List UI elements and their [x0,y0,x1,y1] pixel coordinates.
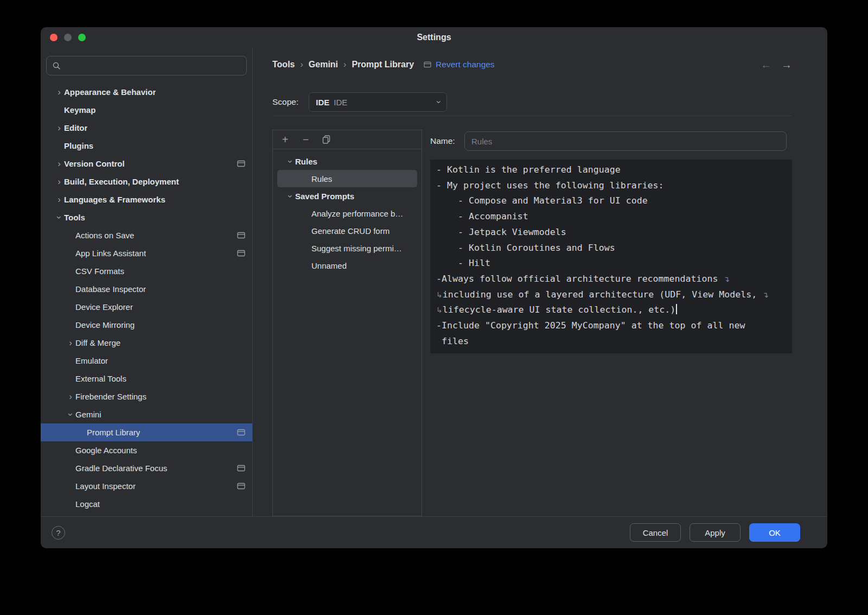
sidebar-item[interactable]: Database Inspector [41,280,252,298]
sidebar-item[interactable]: Keymap [41,101,252,119]
ide-settings-icon [237,465,245,472]
scope-row: Scope: IDE IDE [272,92,792,112]
prompt-list-item[interactable]: Unnamed [277,257,417,274]
sidebar-item[interactable]: App Links Assistant [41,244,252,262]
scope-value-prefix: IDE [316,98,329,107]
prompt-list-item[interactable]: Analyze performance b… [277,205,417,222]
ide-settings-icon [237,429,245,436]
scope-dropdown[interactable]: IDE IDE [309,92,447,112]
prompt-list-item[interactable]: Generate CRUD form [277,222,417,239]
breadcrumb-tools[interactable]: Tools [272,60,295,69]
ide-settings-icon [237,483,245,490]
sidebar-item[interactable]: Layout Inspector [41,477,252,495]
sidebar-item[interactable]: Tools [41,208,252,226]
editor-line: - Compose and Material3 for UI code [436,193,786,209]
chevron-icon [286,156,295,166]
editor-line: - Hilt [436,256,786,271]
chevron-icon [286,191,295,201]
breadcrumb-separator-icon [300,60,303,69]
settings-sidebar: Appearance & Behavior Keymap [41,48,253,516]
editor-line: files [436,334,786,350]
sidebar-item[interactable]: Editor [41,119,252,137]
chevron-icon [54,195,64,204]
sidebar-item[interactable]: Device Mirroring [41,316,252,334]
sidebar-item[interactable]: Device Explorer [41,298,252,316]
ok-button[interactable]: OK [749,523,800,542]
prompt-list-item[interactable]: Rules [277,153,417,170]
apply-button[interactable]: Apply [690,523,741,542]
sidebar-item[interactable]: Version Control [41,155,252,173]
prompt-editor[interactable]: - Kotlin is the preferred language- My p… [430,160,792,353]
section-divider [272,116,792,116]
forward-arrow-icon[interactable]: → [781,59,792,70]
prompt-list-pane: + − [272,130,422,516]
copy-prompt-button[interactable] [322,135,331,144]
close-window-button[interactable] [50,34,58,41]
sidebar-item[interactable]: Build, Execution, Deployment [41,173,252,191]
text-caret [676,304,677,314]
desktop-background: Settings [0,0,868,615]
chevron-icon [54,177,64,186]
sidebar-item[interactable]: Actions on Save [41,226,252,244]
sidebar-item[interactable]: Prompt Library [41,423,252,441]
breadcrumb: Tools Gemini Prompt Library Revert chang… [272,55,792,74]
prompt-list-item[interactable]: Rules [277,170,417,187]
zoom-window-button[interactable] [78,34,86,41]
prompt-list-toolbar: + − [273,130,422,149]
sidebar-item[interactable]: Appearance & Behavior [41,83,252,101]
sidebar-item[interactable]: Diff & Merge [41,334,252,352]
sidebar-item[interactable]: Logcat [41,495,252,513]
breadcrumb-gemini[interactable]: Gemini [309,60,338,69]
soft-wrap-icon [436,290,443,299]
settings-content: Tools Gemini Prompt Library Revert chang… [253,48,827,516]
sidebar-item[interactable]: Languages & Frameworks [41,191,252,208]
chevron-icon [55,213,64,223]
dialog-footer: ? Cancel Apply OK [41,516,827,548]
prompt-list-item[interactable]: Suggest missing permi… [277,239,417,257]
sidebar-item[interactable]: Emulator [41,352,252,370]
history-nav: ← → [761,59,792,70]
prompt-name-row: Name: [430,131,792,151]
help-button[interactable]: ? [52,526,65,540]
question-mark-icon: ? [56,528,60,537]
ide-settings-icon [237,250,245,257]
revert-changes-link[interactable]: Revert changes [424,60,495,69]
scope-value: IDE [334,98,347,107]
settings-nav-tree: Appearance & Behavior Keymap [41,83,252,516]
ide-settings-icon [237,160,245,167]
prompt-name-input[interactable] [464,131,787,151]
prompt-list-item[interactable]: Saved Prompts [277,187,417,205]
settings-search-input[interactable] [65,61,241,71]
add-prompt-button[interactable]: + [280,135,290,144]
sidebar-item[interactable]: Firebender Settings [41,388,252,405]
chevron-icon [66,338,75,347]
cancel-button[interactable]: Cancel [630,523,681,542]
chevron-icon [66,392,75,401]
sidebar-item[interactable]: Gradle Declarative Focus [41,459,252,477]
revert-changes-label: Revert changes [436,60,495,69]
sidebar-item[interactable]: Gemini [41,405,252,423]
editor-line: -Include "Copyright 2025 MyCompany" at t… [436,318,786,334]
chevron-icon [66,410,75,420]
minimize-window-button[interactable] [64,34,72,41]
settings-window: Settings [41,27,827,548]
plus-icon: + [282,134,289,145]
sidebar-item[interactable]: External Tools [41,370,252,388]
scope-label: Scope: [272,97,298,107]
sidebar-item[interactable]: Google Accounts [41,441,252,459]
window-title: Settings [417,33,451,42]
sidebar-item[interactable]: CSV Formats [41,262,252,280]
settings-search-box[interactable] [46,56,247,75]
editor-line: -Always follow official architecture rec… [436,271,786,287]
editor-line: - Kotlin Coroutines and Flows [436,240,786,256]
back-arrow-icon[interactable]: ← [761,59,771,70]
sidebar-item[interactable]: Plugins [41,137,252,155]
prompt-library-panes: + − [272,130,792,516]
editor-line: - Jetpack Viewmodels [436,225,786,240]
breadcrumb-prompt-library[interactable]: Prompt Library [352,60,414,69]
remove-prompt-button[interactable]: − [301,135,310,144]
editor-line: lifecycle-aware UI state collection., et… [436,302,786,318]
revert-icon [424,61,431,68]
copy-icon [322,135,330,144]
chevron-icon [54,159,64,168]
